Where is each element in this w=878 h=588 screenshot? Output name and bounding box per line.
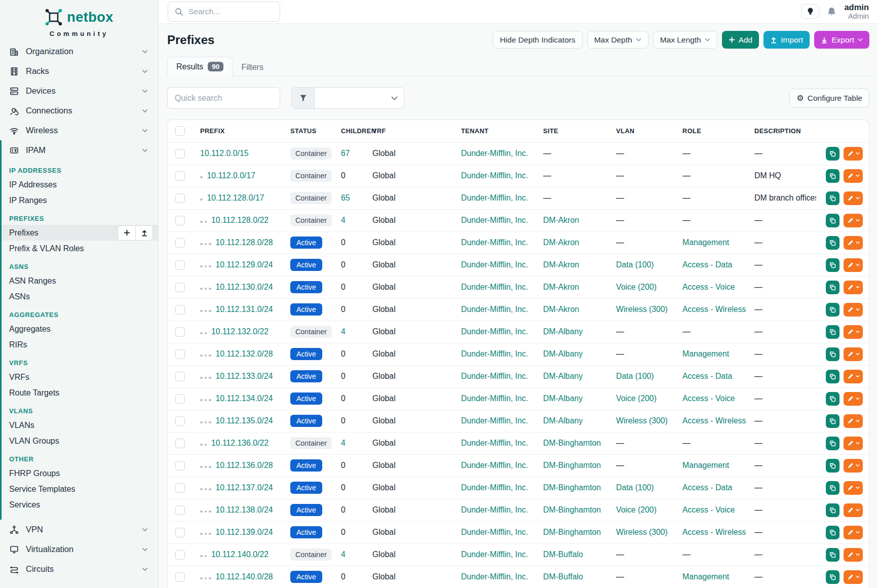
max-depth-dropdown[interactable]: Max Depth xyxy=(587,31,648,49)
row-checkbox[interactable] xyxy=(175,394,185,404)
edit-button[interactable] xyxy=(844,570,863,584)
row-checkbox[interactable] xyxy=(175,461,185,471)
sidebar-item-racks[interactable]: Racks xyxy=(0,61,158,81)
edit-button[interactable] xyxy=(844,392,863,406)
copy-button[interactable] xyxy=(826,414,839,428)
copy-button[interactable] xyxy=(826,281,839,294)
site-value[interactable]: DM-Binghamton xyxy=(543,461,601,469)
site-value[interactable]: DM-Albany xyxy=(543,372,583,380)
copy-button[interactable] xyxy=(826,214,839,227)
prefix-link[interactable]: 10.112.0.0/17 xyxy=(207,171,255,180)
site-value[interactable]: DM-Binghamton xyxy=(543,528,601,536)
sidebar-item-asns[interactable]: ASNs xyxy=(2,289,158,304)
tenant-link[interactable]: Dunder-Mifflin, Inc. xyxy=(461,238,528,247)
max-length-dropdown[interactable]: Max Length xyxy=(653,31,717,49)
role-value[interactable]: Access - Wireless xyxy=(682,416,746,425)
site-value[interactable]: DM-Buffalo xyxy=(543,572,583,581)
quick-search-input[interactable] xyxy=(167,87,280,109)
children-count[interactable]: 4 xyxy=(341,439,346,447)
tab-filters[interactable]: Filters xyxy=(233,58,272,76)
prefix-link[interactable]: 10.112.137.0/24 xyxy=(216,483,273,492)
tenant-link[interactable]: Dunder-Mifflin, Inc. xyxy=(461,216,528,224)
copy-button[interactable] xyxy=(826,258,839,272)
row-checkbox[interactable] xyxy=(175,149,185,159)
edit-button[interactable] xyxy=(844,437,863,450)
quick-add-button[interactable] xyxy=(118,226,135,240)
edit-button[interactable] xyxy=(844,347,863,361)
copy-button[interactable] xyxy=(826,503,839,517)
copy-button[interactable] xyxy=(826,191,839,205)
theme-toggle-button[interactable] xyxy=(801,4,819,19)
site-value[interactable]: DM-Binghamton xyxy=(543,483,601,492)
prefix-link[interactable]: 10.112.139.0/24 xyxy=(216,528,273,536)
children-count[interactable]: 4 xyxy=(341,550,346,559)
row-checkbox[interactable] xyxy=(175,372,185,381)
add-button[interactable]: Add xyxy=(722,31,759,49)
site-value[interactable]: DM-Albany xyxy=(543,394,583,403)
children-count[interactable]: 67 xyxy=(341,149,350,158)
sidebar-item-asn-ranges[interactable]: ASN Ranges xyxy=(2,273,158,289)
prefix-link[interactable]: 10.112.138.0/24 xyxy=(216,505,273,514)
site-value[interactable]: DM-Albany xyxy=(543,327,583,336)
user-menu[interactable]: admin Admin xyxy=(844,3,869,21)
global-search-input[interactable] xyxy=(188,7,273,16)
filter-select-value[interactable] xyxy=(315,88,404,108)
children-count[interactable]: 4 xyxy=(341,327,346,336)
vlan-value[interactable]: Data (100) xyxy=(616,372,654,380)
prefix-link[interactable]: 10.112.131.0/24 xyxy=(216,305,273,313)
export-button[interactable]: Export xyxy=(814,31,869,49)
tenant-link[interactable]: Dunder-Mifflin, Inc. xyxy=(461,283,528,291)
prefix-link[interactable]: 10.112.132.0/22 xyxy=(211,327,269,336)
role-value[interactable]: Management xyxy=(682,349,729,358)
edit-button[interactable] xyxy=(844,370,863,383)
copy-button[interactable] xyxy=(826,392,839,406)
tenant-link[interactable]: Dunder-Mifflin, Inc. xyxy=(461,550,528,559)
role-value[interactable]: Access - Wireless xyxy=(682,305,746,313)
vlan-value[interactable]: Wireless (300) xyxy=(616,528,668,536)
prefix-link[interactable]: 10.112.135.0/24 xyxy=(216,416,273,425)
edit-button[interactable] xyxy=(844,459,863,473)
row-checkbox[interactable] xyxy=(175,572,185,582)
tenant-link[interactable]: Dunder-Mifflin, Inc. xyxy=(461,439,528,447)
role-value[interactable]: Access - Data xyxy=(682,483,732,492)
edit-button[interactable] xyxy=(844,191,863,205)
sidebar-item-ip-addresses[interactable]: IP Addresses xyxy=(2,177,158,192)
role-value[interactable]: Management xyxy=(682,461,729,469)
edit-button[interactable] xyxy=(844,303,863,317)
site-value[interactable]: DM-Binghamton xyxy=(543,439,601,447)
edit-button[interactable] xyxy=(844,414,863,428)
prefix-link[interactable]: 10.112.140.0/22 xyxy=(211,550,269,559)
prefix-link[interactable]: 10.112.136.0/22 xyxy=(211,439,269,447)
vlan-value[interactable]: Data (100) xyxy=(616,483,654,492)
copy-button[interactable] xyxy=(826,303,839,317)
tenant-link[interactable]: Dunder-Mifflin, Inc. xyxy=(461,528,528,536)
edit-button[interactable] xyxy=(844,169,863,183)
quick-import-button[interactable] xyxy=(135,226,152,240)
tenant-link[interactable]: Dunder-Mifflin, Inc. xyxy=(461,461,528,469)
vlan-value[interactable]: Voice (200) xyxy=(616,505,657,514)
sidebar-item-route-targets[interactable]: Route Targets xyxy=(2,385,158,401)
site-value[interactable]: DM-Binghamton xyxy=(543,505,601,514)
edit-button[interactable] xyxy=(844,258,863,272)
vlan-value[interactable]: Wireless (300) xyxy=(616,305,668,313)
copy-button[interactable] xyxy=(826,325,839,339)
sidebar-item-virtualization[interactable]: Virtualization xyxy=(0,539,158,559)
tenant-link[interactable]: Dunder-Mifflin, Inc. xyxy=(461,327,528,336)
edit-button[interactable] xyxy=(844,281,863,294)
vlan-value[interactable]: Data (100) xyxy=(616,260,654,269)
sidebar-item-connections[interactable]: Connections xyxy=(0,101,158,121)
row-checkbox[interactable] xyxy=(175,283,185,292)
row-checkbox[interactable] xyxy=(175,193,185,203)
tenant-link[interactable]: Dunder-Mifflin, Inc. xyxy=(461,372,528,380)
prefix-link[interactable]: 10.112.0.0/15 xyxy=(200,149,248,158)
edit-button[interactable] xyxy=(844,481,863,495)
sidebar-item-fhrp-groups[interactable]: FHRP Groups xyxy=(2,465,158,481)
children-count[interactable]: 65 xyxy=(341,193,350,202)
brand-logo[interactable]: netbox Community xyxy=(0,0,158,42)
site-value[interactable]: DM-Akron xyxy=(543,305,579,313)
sidebar-item-service-templates[interactable]: Service Templates xyxy=(2,481,158,497)
sidebar-item-vlans[interactable]: VLANs xyxy=(2,417,158,433)
row-checkbox[interactable] xyxy=(175,216,185,225)
row-checkbox[interactable] xyxy=(175,505,185,515)
prefix-link[interactable]: 10.112.130.0/24 xyxy=(216,283,273,291)
